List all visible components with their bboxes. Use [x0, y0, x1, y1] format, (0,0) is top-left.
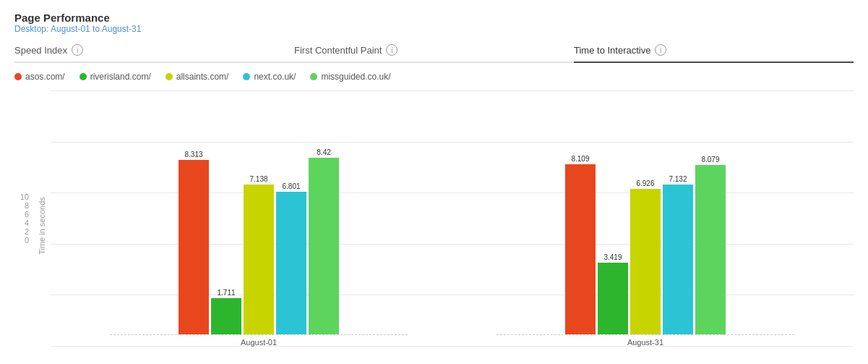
bar-value-1-4: 8.079 [701, 156, 719, 164]
legend-dot-missguided [310, 73, 317, 80]
metric-speed-index[interactable]: Speed Index i [14, 44, 294, 56]
legend-item-riverisland: riverisland.com/ [80, 72, 151, 82]
bar-1-3 [663, 185, 693, 334]
legend-item-allsaints: allsaints.com/ [166, 72, 229, 82]
bar-0-0 [179, 160, 209, 334]
y-tick-2: 2 [25, 227, 29, 236]
bar-value-0-3: 6.801 [283, 182, 301, 190]
bar-value-0-1: 1.711 [218, 289, 236, 297]
bar-wrapper-1-2: 6.926 [630, 179, 661, 334]
metric-fcp-label: First Contentful Paint [294, 45, 382, 56]
y-axis: 10 8 6 4 2 0 [14, 190, 35, 262]
metric-time-to-interactive[interactable]: Time to Interactive i [574, 44, 854, 63]
bar-1-2 [630, 189, 661, 334]
bar-1-1 [598, 263, 628, 334]
bar-wrapper-1-0: 8.109 [565, 155, 596, 334]
fcp-info-icon[interactable]: i [386, 44, 398, 56]
bar-value-1-3: 7.132 [669, 175, 687, 183]
legend-dot-asos [14, 73, 22, 80]
metric-tti-label: Time to Interactive [574, 45, 650, 56]
bar-wrapper-0-4: 8.42 [309, 148, 339, 334]
legend-dot-next [243, 73, 250, 80]
chart-area: Time in seconds 10 8 6 4 2 0 8.3131.7117… [14, 88, 854, 364]
bar-0-4 [309, 158, 339, 334]
legend-label-next: next.co.uk/ [254, 72, 296, 82]
bar-value-0-2: 7.138 [250, 175, 268, 183]
bar-wrapper-1-1: 3.419 [598, 253, 628, 334]
bar-0-1 [211, 298, 241, 334]
bar-wrapper-0-0: 8.313 [179, 151, 209, 334]
legend-label-allsaints: allsaints.com/ [176, 72, 229, 82]
y-tick-6: 6 [25, 210, 29, 219]
bar-value-0-4: 8.42 [317, 148, 330, 156]
bar-wrapper-0-2: 7.138 [244, 175, 274, 334]
bar-0-2 [244, 185, 274, 334]
bar-1-4 [695, 165, 726, 334]
legend-dot-riverisland [80, 73, 87, 80]
legend-label-riverisland: riverisland.com/ [90, 72, 151, 82]
y-tick-4: 4 [25, 219, 29, 227]
metrics-header: Speed Index i First Contentful Paint i T… [14, 44, 854, 63]
bar-wrapper-0-3: 6.801 [276, 182, 306, 334]
tti-info-icon[interactable]: i [655, 44, 666, 56]
legend-item-asos: asos.com/ [14, 72, 65, 82]
bar-value-0-0: 8.313 [185, 151, 203, 158]
bars-0: 8.3131.7117.1386.8018.42 [110, 148, 407, 334]
y-axis-wrapper: Time in seconds 10 8 6 4 2 0 [14, 88, 51, 364]
metric-speed-index-label: Speed Index [14, 45, 67, 56]
legend-item-next: next.co.uk/ [243, 72, 296, 82]
page-container: Page Performance Desktop: August-01 to A… [0, 0, 868, 364]
legend-item-missguided: missguided.co.uk/ [310, 72, 390, 82]
page-header: Page Performance Desktop: August-01 to A… [14, 12, 854, 34]
bar-group-0: 8.3131.7117.1386.8018.42August-01 [110, 148, 407, 347]
metric-first-contentful-paint[interactable]: First Contentful Paint i [294, 44, 574, 56]
bar-1-0 [565, 164, 596, 334]
bars-1: 8.1093.4196.9267.1328.079 [497, 155, 794, 334]
bar-wrapper-1-4: 8.079 [695, 156, 726, 334]
page-title: Page Performance [14, 12, 854, 24]
bar-wrapper-0-1: 1.711 [211, 289, 241, 334]
legend-label-asos: asos.com/ [25, 72, 65, 82]
bar-wrapper-1-3: 7.132 [663, 175, 693, 334]
bar-value-1-2: 6.926 [636, 179, 654, 187]
y-tick-8: 8 [25, 201, 29, 210]
bar-0-3 [276, 192, 306, 334]
x-label-0: August-01 [241, 338, 277, 347]
bars-container: 8.3131.7117.1386.8018.42August-018.1093.… [51, 88, 854, 364]
x-label-1: August-31 [627, 338, 663, 347]
bar-value-1-1: 3.419 [603, 253, 622, 261]
speed-index-info-icon[interactable]: i [72, 44, 83, 56]
legend-dot-allsaints [166, 73, 173, 80]
date-range: Desktop: August-01 to August-31 [14, 24, 854, 34]
y-axis-label: Time in seconds [38, 197, 46, 255]
bar-group-1: 8.1093.4196.9267.1328.079August-31 [497, 155, 794, 347]
y-tick-0: 0 [25, 236, 29, 245]
chart-body: 8.3131.7117.1386.8018.42August-018.1093.… [51, 88, 854, 364]
y-tick-10: 10 [20, 192, 29, 201]
bar-value-1-0: 8.109 [571, 155, 589, 163]
legend-label-missguided: missguided.co.uk/ [321, 72, 390, 82]
chart-legend: asos.com/ riverisland.com/ allsaints.com… [14, 72, 854, 82]
